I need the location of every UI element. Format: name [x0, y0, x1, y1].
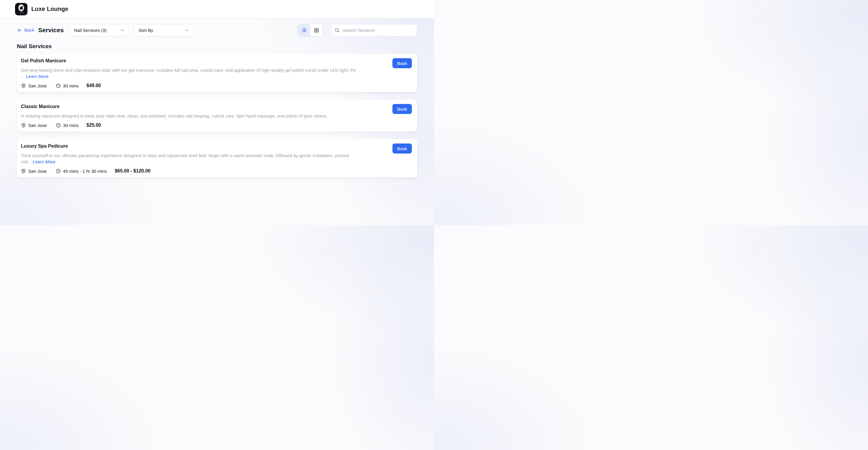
service-location: San Jose	[21, 83, 47, 88]
service-duration: 30 mins	[56, 123, 79, 128]
service-name: Classic Manicure	[21, 103, 411, 110]
clock-icon	[56, 169, 61, 174]
brand-logo-icon: LUXE BEAUTY LOUNGE	[15, 3, 27, 16]
grid-icon	[314, 27, 319, 33]
top-bar: LUXE BEAUTY LOUNGE Luxe Lounge	[0, 0, 434, 18]
sort-dropdown-value: Sort By	[139, 28, 153, 33]
back-label: Back	[24, 27, 34, 33]
category-dropdown-value: Nail Services (3)	[74, 28, 106, 33]
book-button[interactable]: Book	[393, 104, 412, 114]
service-meta: San Jose 45 mins - 1 hr 30 mins $65.00 -…	[21, 168, 411, 174]
service-name: Gel Polish Manicure	[21, 58, 411, 64]
service-duration: 30 mins	[56, 83, 79, 88]
service-card: Book Luxury Spa Pedicure Treat yourself …	[17, 139, 417, 177]
toolbar: Back Services Nail Services (3) Sort By	[17, 24, 417, 36]
map-pin-icon	[21, 169, 26, 174]
service-meta: San Jose 30 mins $49.00	[21, 83, 411, 88]
brand-name: Luxe Lounge	[31, 6, 68, 12]
search-icon	[335, 27, 340, 33]
arrow-left-icon	[17, 27, 23, 33]
service-description-text: Treat yourself to our ultimate pampering…	[21, 153, 349, 164]
service-meta: San Jose 30 mins $25.00	[21, 122, 411, 128]
map-pin-icon	[21, 83, 26, 88]
svg-text:BEAUTY LOUNGE: BEAUTY LOUNGE	[17, 13, 26, 14]
service-duration-label: 45 mins - 1 hr 30 mins	[63, 169, 107, 174]
sort-dropdown[interactable]: Sort By	[134, 24, 193, 36]
service-price: $65.00 - $120.00	[115, 168, 151, 174]
service-name: Luxury Spa Pedicure	[21, 143, 411, 149]
service-description-text: A relaxing manicure designed to keep you…	[21, 113, 328, 118]
service-location-label: San Jose	[28, 83, 47, 88]
grid-view-button[interactable]	[310, 24, 322, 36]
service-location-label: San Jose	[28, 123, 47, 128]
clock-icon	[56, 83, 61, 88]
service-card: Book Classic Manicure A relaxing manicur…	[17, 100, 417, 132]
search-box	[331, 24, 417, 36]
list-view-button[interactable]	[298, 24, 310, 36]
service-description: Treat yourself to our ultimate pampering…	[21, 152, 411, 165]
search-input[interactable]	[343, 28, 413, 33]
learn-more-link[interactable]: Learn More	[26, 74, 49, 79]
service-location: San Jose	[21, 169, 47, 174]
section-heading: Nail Services	[17, 43, 417, 50]
learn-more-link[interactable]: Learn More	[33, 159, 56, 164]
list-icon	[301, 27, 307, 33]
service-card: Book Gel Polish Manicure Get long-lastin…	[17, 54, 417, 92]
category-dropdown[interactable]: Nail Services (3)	[70, 24, 129, 36]
service-description-text: Get long-lasting shine and chip-resistan…	[21, 67, 356, 79]
service-price: $25.00	[87, 122, 101, 128]
service-description: A relaxing manicure designed to keep you…	[21, 113, 411, 119]
back-link[interactable]: Back	[17, 27, 34, 33]
map-pin-icon	[21, 123, 26, 128]
page-title: Services	[38, 27, 63, 34]
brand: LUXE BEAUTY LOUNGE Luxe Lounge	[15, 3, 68, 16]
service-price: $49.00	[87, 83, 101, 88]
service-description: Get long-lasting shine and chip-resistan…	[21, 67, 411, 79]
book-button[interactable]: Book	[393, 143, 412, 153]
view-toggle	[298, 24, 322, 36]
svg-text:LUXE: LUXE	[19, 11, 24, 13]
service-location: San Jose	[21, 123, 47, 128]
service-list: Book Gel Polish Manicure Get long-lastin…	[17, 54, 417, 177]
book-button[interactable]: Book	[393, 58, 412, 68]
service-duration-label: 30 mins	[63, 123, 79, 128]
services-page: Back Services Nail Services (3) Sort By	[0, 24, 434, 177]
chevron-down-icon	[120, 28, 125, 33]
service-duration: 45 mins - 1 hr 30 mins	[56, 169, 107, 174]
service-location-label: San Jose	[28, 169, 47, 174]
chevron-down-icon	[184, 28, 189, 33]
service-duration-label: 30 mins	[63, 83, 79, 88]
clock-icon	[56, 123, 61, 128]
